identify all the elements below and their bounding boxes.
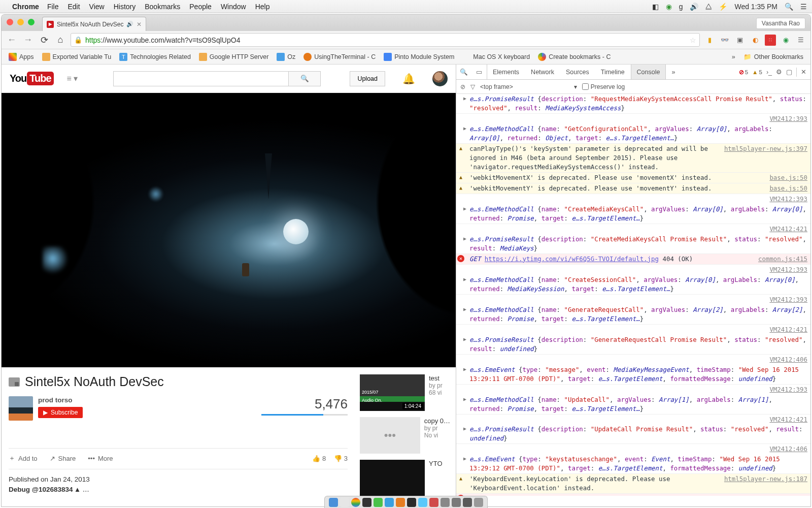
console-row[interactable]: VM2412:406 <box>456 444 810 454</box>
other-bookmarks[interactable]: 📁Other Bookmarks <box>740 51 806 62</box>
bookmark-item[interactable]: Pinto Module System <box>381 51 457 62</box>
console-row[interactable]: VM2412:393 <box>456 385 810 395</box>
console-row[interactable]: ▶e…s.EmeEvent {type: "keystatuseschange"… <box>456 454 810 474</box>
console-row[interactable]: ▶e…s.PromiseResult {description: "Update… <box>456 424 810 444</box>
console-row[interactable]: VM2412:421 <box>456 415 810 425</box>
search-button[interactable]: 🔍 <box>288 71 321 86</box>
debug-line[interactable]: Debug @102683834▴… <box>9 485 348 493</box>
source-link[interactable]: html5player-new.js:187 <box>719 474 807 493</box>
bookmark-item[interactable]: TTechnologies Related <box>116 51 194 62</box>
related-item[interactable]: YTO <box>360 460 451 496</box>
tab-network[interactable]: Network <box>525 65 560 79</box>
frame-selector[interactable]: <top frame> ▾ <box>480 83 577 90</box>
expand-icon[interactable]: ▶ <box>463 95 466 103</box>
cast-icon[interactable]: ▣ <box>734 35 746 46</box>
menu-people[interactable]: People <box>189 3 212 11</box>
source-link[interactable]: VM2412:406 <box>764 355 807 364</box>
console-row[interactable]: ▲'webkitMovementX' is deprecated. Please… <box>456 173 810 183</box>
clear-console-icon[interactable]: ⊘ <box>460 83 465 90</box>
home-button[interactable]: ⌂ <box>54 34 66 46</box>
tab-timeline[interactable]: Timeline <box>595 65 631 79</box>
console-row[interactable]: ▶e…s.PromiseResult {description: "Genera… <box>456 335 810 355</box>
warning-badge[interactable]: ▲ 5 <box>752 69 762 75</box>
source-link[interactable]: VM2412:406 <box>764 444 807 454</box>
menu-icon[interactable]: ☰ <box>800 3 807 11</box>
chrome-profile[interactable]: Vasantha Rao <box>756 18 805 29</box>
console-row[interactable]: ▶e…s.EmeMethodCall {name: "CreateSession… <box>456 275 810 295</box>
upload-button[interactable]: Upload <box>350 71 385 86</box>
expand-icon[interactable]: ▶ <box>463 396 466 403</box>
tab-sources[interactable]: Sources <box>560 65 595 79</box>
preserve-log-checkbox[interactable]: Preserve log <box>582 83 625 90</box>
zoom-window-icon[interactable] <box>28 19 35 25</box>
close-devtools-icon[interactable]: ✕ <box>801 68 806 76</box>
console-row[interactable]: ▶e…s.PromiseResult {description: "Reques… <box>456 94 810 114</box>
bookmark-item[interactable]: Create bookmarks - C <box>535 51 614 62</box>
console-row[interactable]: VM2412:393 <box>456 295 810 305</box>
expand-icon[interactable]: ▶ <box>463 366 466 373</box>
console-row[interactable]: ▲canPlayType()'s 'keySystem' parameter i… <box>456 144 810 173</box>
console-prompt[interactable]: › <box>456 496 810 506</box>
console-row[interactable]: ▶e…s.EmeMethodCall {name: "UpdateCall", … <box>456 395 810 415</box>
source-link[interactable]: VM2412:393 <box>764 265 807 274</box>
bell-icon[interactable]: 🔔 <box>402 73 415 85</box>
ext-icon-4[interactable]: ∷ <box>765 35 776 46</box>
expand-icon[interactable]: ▶ <box>463 205 466 213</box>
browser-tab[interactable]: ▶ Sintel5x NoAuth DevSec 🔊 ✕ <box>42 17 146 31</box>
console-output[interactable]: ▶e…s.PromiseResult {description: "Reques… <box>456 94 810 496</box>
status-icon[interactable]: ◉ <box>666 3 672 11</box>
settings-icon[interactable]: ⚙ <box>776 68 782 76</box>
error-badge[interactable]: ⊘ 5 <box>739 69 748 76</box>
tab-audio-icon[interactable]: 🔊 <box>126 21 133 27</box>
related-item[interactable]: 2015/07Audio On.1:04:24 testby pr68 vi <box>360 374 451 411</box>
source-link[interactable]: VM2412:393 <box>764 114 807 123</box>
source-link[interactable]: common.js:415 <box>753 255 807 264</box>
menu-bookmarks[interactable]: Bookmarks <box>145 3 180 11</box>
console-row[interactable]: ▶e…s.EmeEvent {type: "message", event: M… <box>456 365 810 385</box>
tab-console[interactable]: Console <box>631 65 666 79</box>
menubar-app[interactable]: Chrome <box>12 3 39 11</box>
guide-icon[interactable]: ≡ ▾ <box>67 74 78 83</box>
expand-icon[interactable]: ▶ <box>463 455 466 463</box>
subscribe-button[interactable]: ▶Subscribe <box>38 407 83 418</box>
console-row[interactable]: VM2412:393 <box>456 194 810 204</box>
google-icon[interactable]: g <box>679 3 683 11</box>
bookmarks-overflow-icon[interactable]: » <box>729 53 738 60</box>
avatar[interactable] <box>432 71 448 86</box>
console-row[interactable]: VM2412:393 <box>456 265 810 275</box>
menu-help[interactable]: Help <box>255 3 270 11</box>
dock-icon[interactable]: ▢ <box>786 68 792 76</box>
menu-file[interactable]: File <box>47 3 59 11</box>
console-row[interactable]: ✕GET https://i.ytimg.com/vi/ERK0hXlxovE/… <box>456 494 810 496</box>
drawer-icon[interactable]: ›_ <box>766 69 772 76</box>
back-button[interactable]: ← <box>6 34 18 46</box>
source-link[interactable]: html5player-new.js:397 <box>719 144 807 172</box>
addto-button[interactable]: ＋Add to <box>9 454 38 463</box>
source-link[interactable]: base.js:50 <box>764 184 807 193</box>
source-link[interactable]: base.js:50 <box>764 173 807 182</box>
volume-icon[interactable]: 🔊 <box>690 3 698 11</box>
chrome-menu-icon[interactable]: ☰ <box>795 35 806 46</box>
console-row[interactable]: VM2412:393 <box>456 114 810 124</box>
battery-icon[interactable]: ⚡ <box>719 3 727 11</box>
tabs-overflow-icon[interactable]: » <box>666 65 681 79</box>
menu-history[interactable]: History <box>114 3 136 11</box>
bookmark-item[interactable]: UsingTheTerminal - C <box>300 51 379 62</box>
expand-icon[interactable]: ▶ <box>463 336 466 343</box>
wifi-icon[interactable]: ⧋ <box>705 2 712 11</box>
expand-icon[interactable]: ▶ <box>463 306 466 313</box>
console-row[interactable]: VM2412:406 <box>456 355 810 365</box>
youtube-logo[interactable]: YouTube <box>10 72 54 85</box>
apps-button[interactable]: Apps <box>6 51 37 62</box>
tab-elements[interactable]: Elements <box>487 65 525 79</box>
channel-avatar[interactable] <box>9 396 33 421</box>
console-row[interactable]: ▲'webkitMovementY' is deprecated. Please… <box>456 183 810 194</box>
console-row[interactable]: VM2412:421 <box>456 224 810 234</box>
source-link[interactable]: VM2412:393 <box>764 385 807 394</box>
filter-icon[interactable]: ▽ <box>470 83 475 90</box>
share-button[interactable]: ↗Share <box>50 455 76 462</box>
macos-dock[interactable] <box>324 496 488 508</box>
search-input[interactable] <box>113 71 288 86</box>
bookmark-item[interactable]: Google HTTP Server <box>196 51 272 62</box>
bookmark-item[interactable]: Oz <box>274 51 298 62</box>
